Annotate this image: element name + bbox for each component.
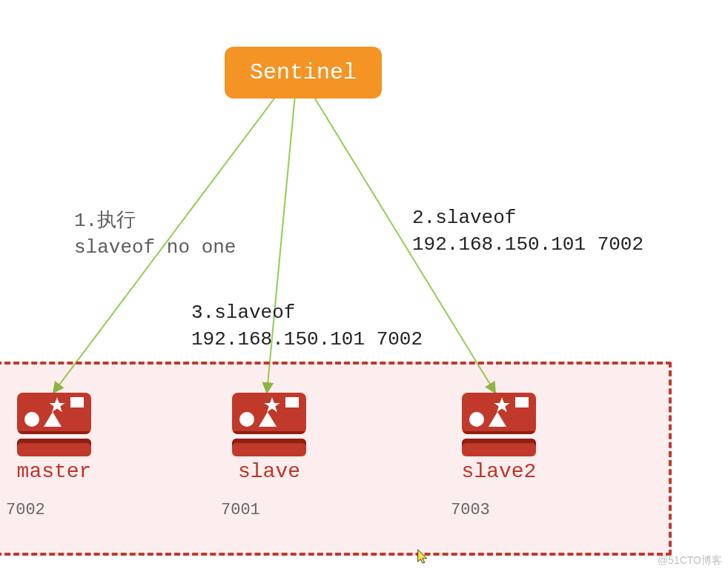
redis-node-master: master 7002 — [6, 393, 102, 519]
sentinel-label: Sentinel — [250, 60, 357, 85]
redis-icon — [462, 393, 536, 456]
redis-icon — [232, 393, 306, 456]
mouse-cursor-icon — [415, 548, 431, 565]
annotation-2: 2.slaveof 192.168.150.101 7002 — [412, 204, 643, 259]
watermark: @51CTO博客 — [658, 554, 722, 568]
redis-node-slave: slave 7001 — [221, 393, 317, 519]
node-label: slave2 — [451, 460, 547, 483]
node-port: 7001 — [221, 501, 317, 519]
redis-node-slave2: slave2 7003 — [451, 393, 547, 519]
node-port: 7003 — [451, 501, 547, 519]
diagram-canvas: Sentinel 1.执行 slaveof no one 2.slaveof 1… — [0, 0, 728, 569]
redis-icon — [17, 393, 91, 456]
sentinel-box: Sentinel — [225, 47, 382, 99]
node-port: 7002 — [6, 501, 102, 519]
node-label: slave — [221, 460, 317, 483]
node-label: master — [6, 460, 102, 483]
annotation-3: 3.slaveof 192.168.150.101 7002 — [191, 299, 423, 353]
annotation-1: 1.执行 slaveof no one — [74, 207, 236, 262]
